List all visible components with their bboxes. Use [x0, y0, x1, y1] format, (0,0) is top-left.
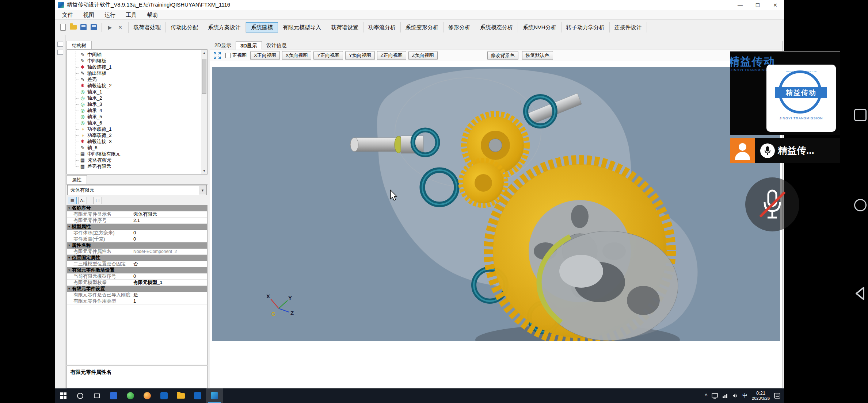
tree-item[interactable]: 输出辐板	[67, 70, 201, 76]
ribbon-load-spectrum[interactable]: 载荷谱处理	[129, 22, 166, 32]
component-selector[interactable]: 壳体有限元 ▾	[67, 185, 207, 195]
tree-item[interactable]: 轴_6	[67, 145, 201, 151]
change-background-button[interactable]: 修改背景色	[487, 51, 518, 60]
search-button[interactable]	[72, 388, 88, 403]
tree-item[interactable]: 中间辐板有限元	[67, 151, 201, 157]
view-z-positive-button[interactable]: Z正向视图	[377, 51, 406, 60]
view-y-positive-button[interactable]: Y正向视图	[313, 51, 343, 60]
ribbon-system-scheme[interactable]: 系统方案设计	[203, 22, 246, 32]
taskbar-clock[interactable]: 8:21 2023/3/26	[752, 390, 770, 401]
participant-bar[interactable]: 精益传...	[730, 138, 840, 163]
taskbar-file-explorer[interactable]	[172, 388, 189, 403]
notification-center-icon[interactable]	[774, 393, 780, 399]
menu-run[interactable]: 运行	[99, 10, 121, 20]
view-y-negative-button[interactable]: Y负向视图	[345, 51, 375, 60]
tree-item[interactable]: 轴承_6	[67, 120, 201, 126]
tray-expand-icon[interactable]: ^	[705, 393, 707, 399]
tree-item[interactable]: 功率载荷_1	[67, 126, 201, 132]
save-icon[interactable]	[79, 23, 87, 31]
tree-item[interactable]: 差壳有限元	[67, 163, 201, 169]
minimize-button[interactable]: —	[731, 0, 749, 10]
tab-design-info[interactable]: 设计信息	[262, 41, 291, 50]
property-category[interactable]: ▾有限元零件设置	[67, 286, 207, 292]
tree-item[interactable]: 轴承_2	[67, 95, 201, 101]
tree-item-selected[interactable]: 壳体有限元	[67, 157, 201, 163]
ribbon-fe-import[interactable]: 有限元模型导入	[278, 22, 326, 32]
tree-item[interactable]: 轴承_1	[67, 89, 201, 95]
tree-item[interactable]: 轴承_4	[67, 107, 201, 114]
save-all-icon[interactable]	[90, 23, 98, 31]
display-icon[interactable]	[712, 393, 718, 399]
tree-item[interactable]: 轴毂连接_1	[67, 64, 201, 70]
tree-scrollbar[interactable]: ▲ ▼	[201, 50, 207, 174]
tree-item[interactable]: 轴毂连接_2	[67, 82, 201, 89]
taskbar-app-tools[interactable]	[189, 388, 206, 403]
run-icon[interactable]: ▶	[106, 23, 114, 31]
tab-structure-tree[interactable]: 结构树	[66, 41, 92, 49]
property-row[interactable]: 零件质量(千克)0	[67, 236, 207, 242]
property-row[interactable]: 有限元零件是否已导入刚度是	[67, 292, 207, 298]
phone-nav-home-button[interactable]	[854, 199, 867, 211]
tree-item[interactable]: 轴毂连接_3	[67, 138, 201, 145]
property-row[interactable]: 有限元零件属性名NodeFEComponent_2	[67, 249, 207, 255]
property-pages-icon[interactable]: ▢	[93, 197, 102, 204]
stop-icon[interactable]: ✕	[116, 23, 124, 31]
taskbar-app-office[interactable]	[156, 388, 172, 403]
volume-icon[interactable]	[732, 393, 738, 398]
taskbar-app-cad-active[interactable]	[206, 388, 223, 403]
property-category[interactable]: ▾有限元零件激活设置	[67, 267, 207, 273]
tree-item[interactable]: 中间辐板	[67, 58, 201, 64]
property-row[interactable]: 当前有限元模型序号0	[67, 273, 207, 280]
view-z-negative-button[interactable]: Z负向视图	[408, 51, 438, 60]
ribbon-nvh[interactable]: 系统NVH分析	[518, 22, 561, 32]
ribbon-ratio-allocation[interactable]: 传动比分配	[166, 22, 203, 32]
network-signal-icon[interactable]	[722, 394, 728, 398]
phone-nav-back-button[interactable]	[853, 285, 868, 302]
tree-item[interactable]: 中间轴	[67, 51, 201, 58]
checkbox-icon[interactable]	[225, 53, 231, 58]
phone-nav-recents-button[interactable]	[854, 109, 867, 121]
fit-view-icon[interactable]	[213, 51, 222, 60]
ribbon-load-settings[interactable]: 载荷谱设置	[326, 22, 363, 32]
view-x-negative-button[interactable]: X负向视图	[282, 51, 312, 60]
input-method-indicator[interactable]: 中	[742, 392, 747, 399]
property-row[interactable]: 有限元零件序号2.1	[67, 218, 207, 224]
ribbon-rotor-dynamics[interactable]: 转子动力学分析	[561, 22, 610, 32]
ribbon-modal-analysis[interactable]: 系统模态分析	[475, 22, 518, 32]
chevron-down-icon[interactable]: ▾	[199, 186, 206, 195]
tree-item[interactable]: 差壳	[67, 76, 201, 82]
side-tab-icon-2[interactable]	[57, 50, 63, 55]
ribbon-power-flow[interactable]: 功率流分析	[363, 22, 401, 32]
property-category[interactable]: ▾名称序号	[67, 205, 207, 211]
menu-file[interactable]: 文件	[57, 10, 78, 20]
open-folder-icon[interactable]	[69, 23, 77, 31]
maximize-button[interactable]: ☐	[749, 0, 766, 10]
ribbon-modification[interactable]: 修形分析	[443, 22, 475, 32]
shared-video-tile[interactable]: 精益传动 JINGYI TRANSMISSION JINGYI TRANSMIS…	[730, 51, 840, 135]
ribbon-system-modeling[interactable]: 系统建模	[246, 22, 278, 32]
structure-tree[interactable]: 中间轴 中间辐板 轴毂连接_1 输出辐板 差壳 轴毂连接_2 轴承_1 轴承_2…	[66, 50, 208, 174]
property-category[interactable]: ▾属性名称	[67, 242, 207, 249]
property-category[interactable]: ▾模型属性	[67, 224, 207, 230]
alphabetical-sort-icon[interactable]: A↓	[78, 197, 87, 204]
mute-microphone-button[interactable]	[745, 177, 799, 231]
property-row[interactable]: 有限元零件作用类型1	[67, 298, 207, 304]
restore-default-color-button[interactable]: 恢复默认色	[522, 51, 553, 60]
tree-item[interactable]: 功率载荷_2	[67, 132, 201, 138]
tab-properties[interactable]: 属性	[66, 175, 87, 184]
menu-help[interactable]: 帮助	[142, 10, 163, 20]
tree-item[interactable]: 轴承_5	[67, 114, 201, 120]
close-button[interactable]: ✕	[766, 0, 784, 10]
new-file-icon[interactable]	[59, 23, 67, 31]
task-view-button[interactable]	[88, 388, 105, 403]
tab-2d-display[interactable]: 2D显示	[210, 41, 236, 50]
front-view-checkbox[interactable]: 正视图	[225, 52, 247, 59]
property-row[interactable]: 零件体积(立方毫米)0	[67, 230, 207, 236]
scroll-up-icon[interactable]: ▲	[201, 50, 207, 56]
taskbar-app-browser[interactable]	[122, 388, 139, 403]
tab-3d-display[interactable]: 3D显示	[236, 41, 262, 50]
view-x-positive-button[interactable]: X正向视图	[250, 51, 280, 60]
scrollbar-thumb[interactable]	[202, 59, 206, 94]
categorized-view-icon[interactable]: ▦	[68, 197, 77, 204]
property-row[interactable]: 二三维模型位置是否固定否	[67, 261, 207, 267]
